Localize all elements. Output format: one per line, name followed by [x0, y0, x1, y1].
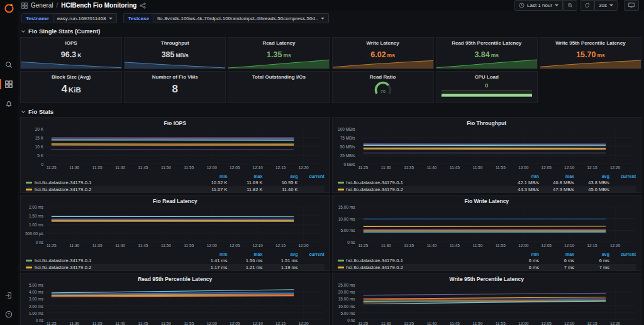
- legend-header: minmaxavgcurrent: [338, 173, 636, 179]
- breadcrumb-dashboard-title[interactable]: HCIBench Fio Monitoring: [61, 2, 136, 9]
- testname-value: easy-run-1697011468: [57, 16, 106, 21]
- legend-sort-max[interactable]: max: [228, 174, 263, 179]
- legend-sort-avg[interactable]: avg: [574, 174, 609, 179]
- x-axis-label: 12:00: [207, 165, 217, 170]
- legend-value: 7 ms: [574, 265, 609, 270]
- testcase-dropdown[interactable]: fio-8vmdk-100ws-4k-70rdpct-100randompct-…: [153, 13, 329, 23]
- legend-sort-current[interactable]: current: [298, 174, 325, 179]
- legend-row: hci-fio-datastore-34179-0-211.07 K11.82 …: [26, 186, 325, 193]
- panel-title[interactable]: Read Latency: [228, 40, 329, 46]
- legend-value: 46.8 MB/s: [539, 180, 574, 185]
- legend-sort-min[interactable]: min: [504, 252, 539, 256]
- y-axis-label: 5.00 ms: [334, 228, 355, 233]
- breadcrumb-folder[interactable]: General: [31, 2, 53, 9]
- chart-canvas[interactable]: [46, 207, 323, 242]
- legend-sort-min[interactable]: min: [192, 174, 228, 179]
- legend-value: 6 ms: [504, 265, 539, 270]
- x-axis-label: 12:20: [610, 243, 620, 248]
- legend-series-name[interactable]: hci-fio-datastore-34179-0-2: [26, 187, 192, 192]
- testname-dropdown[interactable]: easy-run-1697011468: [53, 13, 118, 23]
- sidebar-item-alerting[interactable]: [0, 97, 18, 111]
- legend-series-name[interactable]: hci-fio-datastore-34179-0-1: [338, 258, 504, 263]
- y-axis-label: 0 ns: [22, 240, 43, 245]
- panel-title[interactable]: Write 95th Percentile Latency: [540, 40, 641, 46]
- legend-series-label: hci-fio-datastore-34179-0-1: [347, 258, 403, 263]
- grafana-logo[interactable]: [0, 0, 18, 16]
- section-title: Fio Stats: [28, 108, 53, 115]
- panel-title[interactable]: Read 95th Percentile Latency: [21, 276, 330, 282]
- x-axis-label: 11:30: [381, 165, 391, 170]
- legend-sort-avg[interactable]: avg: [263, 252, 298, 256]
- stat-value: 0: [436, 82, 537, 89]
- sidebar-item-dashboards[interactable]: [0, 77, 18, 91]
- y-axis-label: 0 ns: [22, 318, 43, 322]
- legend-series-name[interactable]: hci-fio-datastore-34179-0-2: [338, 187, 504, 192]
- section-fio-stats[interactable]: Fio Stats: [18, 104, 644, 117]
- variable-testcase: Testcase fio-8vmdk-100ws-4k-70rdpct-100r…: [123, 13, 329, 23]
- legend-sort-avg[interactable]: avg: [263, 174, 298, 179]
- x-axis-label: 12:00: [207, 321, 217, 325]
- x-axis-label: 11:40: [115, 243, 125, 248]
- panel-title[interactable]: Fio IOPS: [21, 120, 330, 126]
- template-variables-row: Testname easy-run-1697011468 Testcase fi…: [18, 11, 644, 25]
- panel-title[interactable]: Write Latency: [333, 40, 433, 46]
- panel-title[interactable]: Read 95th Percentile Latency: [436, 40, 537, 46]
- panel-title[interactable]: Write 95th Percentile Latency: [333, 276, 641, 282]
- kiosk-mode-button[interactable]: [624, 0, 639, 11]
- legend-sort-max[interactable]: max: [539, 174, 574, 179]
- legend-value: 42.1 MB/s: [504, 180, 539, 185]
- single-stats-row-2: Block Size (Avg)4KiBNumber of Fio VMs8To…: [18, 70, 644, 104]
- panel-title[interactable]: Read Ratio: [333, 74, 433, 80]
- legend-sort-min[interactable]: min: [192, 252, 228, 256]
- x-axis-label: 12:15: [275, 165, 286, 170]
- refresh-interval-button[interactable]: 30s: [594, 0, 618, 11]
- stat-value-number: 1.35: [267, 50, 282, 59]
- x-axis-label: 11:25: [47, 321, 57, 325]
- panel-title[interactable]: Number of Fio VMs: [125, 74, 225, 80]
- legend-series-name[interactable]: hci-fio-datastore-34179-0-2: [338, 265, 504, 270]
- panel-title[interactable]: Fio Write Latency: [333, 198, 641, 204]
- panel-title[interactable]: CPU Load: [436, 74, 537, 80]
- legend-sort-max[interactable]: max: [228, 252, 263, 256]
- panel-title[interactable]: Block Size (Avg): [21, 74, 121, 80]
- refresh-button[interactable]: [580, 0, 594, 11]
- section-fio-single-stats[interactable]: Fio Single Stats (Current): [18, 25, 644, 36]
- time-range-button[interactable]: Last 1 hour: [514, 0, 563, 11]
- sidebar-item-sign-in[interactable]: [0, 289, 18, 302]
- panel-title[interactable]: Throughput: [125, 40, 225, 46]
- stat-value-number: 385: [162, 50, 175, 59]
- x-axis-label: 11:30: [69, 165, 79, 170]
- chart-canvas[interactable]: [358, 207, 635, 242]
- panel-title[interactable]: Total Outstanding I/Os: [228, 74, 329, 80]
- zoom-out-button[interactable]: [563, 0, 577, 11]
- legend-series-name[interactable]: hci-fio-datastore-34179-0-1: [338, 180, 504, 185]
- y-axis-label: 25 MB/s: [334, 153, 355, 158]
- kiosk-monitor-icon: [628, 3, 635, 8]
- chart-canvas[interactable]: [358, 285, 635, 320]
- legend-sort-current[interactable]: current: [609, 252, 636, 256]
- legend-value: 6 ms: [504, 258, 539, 263]
- panel-title[interactable]: Fio Read Latency: [21, 198, 330, 204]
- chart-canvas[interactable]: [46, 285, 323, 320]
- share-icon[interactable]: [140, 3, 146, 9]
- legend-series-name[interactable]: hci-fio-datastore-34179-0-1: [26, 258, 192, 263]
- legend-sort-current[interactable]: current: [298, 252, 325, 256]
- legend-series-name[interactable]: hci-fio-datastore-34179-0-1: [26, 180, 192, 185]
- x-axis-label: 11:40: [427, 243, 437, 248]
- legend-sort-min[interactable]: min: [504, 174, 539, 179]
- legend-series-name[interactable]: hci-fio-datastore-34179-0-2: [26, 265, 192, 270]
- sidebar-item-search[interactable]: [0, 58, 18, 72]
- refresh-icon: [584, 3, 590, 8]
- legend: minmaxavgcurrenthci-fio-datastore-34179-…: [26, 251, 325, 271]
- chart-canvas[interactable]: [358, 129, 635, 164]
- legend-sort-avg[interactable]: avg: [574, 252, 609, 256]
- legend-swatch: [338, 189, 344, 190]
- chart-canvas[interactable]: [46, 129, 323, 164]
- legend-sort-current[interactable]: current: [609, 174, 636, 179]
- stat-value-unit: ms: [597, 52, 604, 58]
- legend-sort-max[interactable]: max: [539, 252, 574, 256]
- sidebar-item-help[interactable]: ?: [0, 307, 18, 321]
- panel-title[interactable]: IOPS: [21, 40, 121, 46]
- empty-slot: [540, 71, 641, 103]
- panel-title[interactable]: Fio Throughput: [333, 120, 641, 126]
